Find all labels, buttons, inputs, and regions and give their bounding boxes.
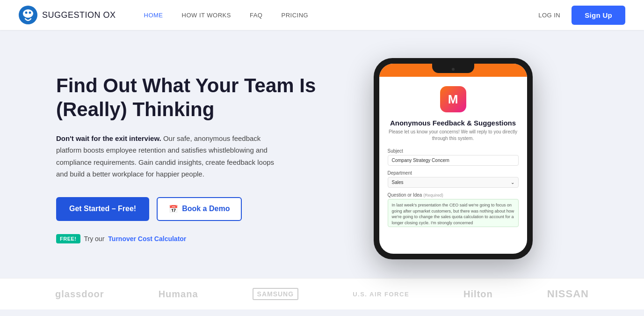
phone-notch [432, 64, 474, 73]
nav-how-it-works[interactable]: HOW IT WORKS [182, 12, 231, 19]
hero-content: Find Out What Your Team Is (Really) Thin… [56, 74, 318, 243]
brand-hilton: Hilton [463, 289, 493, 300]
phone-form-title: Anonymous Feedback & Suggestions [388, 119, 519, 127]
phone-frame: M Anonymous Feedback & Suggestions Pleas… [374, 58, 533, 259]
department-value: Sales [392, 180, 404, 185]
department-label: Department [388, 170, 519, 176]
app-icon: M [440, 86, 466, 112]
subject-label: Subject [388, 148, 519, 154]
book-demo-button[interactable]: 📅 Book a Demo [157, 197, 242, 221]
question-label: Question or Idea (Required) [388, 192, 519, 198]
hero-desc-bold: Don't wait for the exit interview. [56, 134, 161, 142]
hero-phone-mockup: M Anonymous Feedback & Suggestions Pleas… [318, 58, 588, 259]
free-badge-row: FREE! Try our Turnover Cost Calculator [56, 234, 318, 243]
nav-links: HOME HOW IT WORKS FAQ PRICING [144, 12, 539, 19]
brand-nissan: NISSAN [547, 288, 589, 300]
logo[interactable]: SUGGESTION OX [19, 6, 116, 24]
hero-buttons: Get Started – Free! 📅 Book a Demo [56, 197, 318, 221]
svg-point-1 [23, 9, 33, 18]
free-text: Try our [84, 235, 105, 243]
svg-point-2 [25, 12, 28, 14]
question-required: (Required) [423, 193, 443, 198]
brand-airforce: U.S. AIR FORCE [353, 291, 409, 298]
phone-screen: M Anonymous Feedback & Suggestions Pleas… [379, 64, 527, 254]
nav-right: LOG IN Sign Up [538, 6, 625, 25]
brand-samsung: SAMSUNG [253, 288, 299, 300]
chevron-down-icon: ⌄ [511, 180, 514, 185]
nav-faq[interactable]: FAQ [250, 12, 263, 19]
calendar-icon: 📅 [169, 205, 178, 213]
subject-input[interactable]: Company Strategy Concern [388, 155, 519, 166]
signup-button[interactable]: Sign Up [572, 6, 625, 25]
nav-pricing[interactable]: PRICING [281, 12, 308, 19]
navbar: SUGGESTION OX HOME HOW IT WORKS FAQ PRIC… [0, 0, 644, 30]
phone-form-subtitle: Please let us know your concerns! We wil… [388, 129, 519, 142]
svg-point-3 [29, 12, 31, 14]
nav-login[interactable]: LOG IN [538, 12, 560, 19]
brand-humana: Humana [159, 289, 198, 300]
brands-bar: glassdoor Humana SAMSUNG U.S. AIR FORCE … [0, 278, 644, 309]
phone-camera [452, 68, 455, 71]
nav-home[interactable]: HOME [144, 12, 163, 19]
phone-app-content: M Anonymous Feedback & Suggestions Pleas… [379, 77, 527, 232]
hero-title: Find Out What Your Team Is (Really) Thin… [56, 74, 318, 121]
logo-text: SUGGESTION OX [42, 10, 116, 20]
brand-glassdoor: glassdoor [55, 289, 104, 300]
phone-notch-area [379, 64, 527, 77]
get-started-button[interactable]: Get Started – Free! [56, 197, 149, 221]
free-badge: FREE! [56, 234, 80, 243]
turnover-calculator-link[interactable]: Turnover Cost Calculator [108, 235, 186, 243]
department-select[interactable]: Sales ⌄ [388, 177, 519, 188]
app-icon-row: M [388, 86, 519, 112]
question-textarea[interactable]: In last week's presentation the CEO said… [388, 199, 519, 227]
hero-section: Find Out What Your Team Is (Really) Thin… [0, 30, 644, 278]
book-demo-label: Book a Demo [182, 205, 230, 213]
hero-description: Don't wait for the exit interview. Our s… [56, 132, 281, 180]
